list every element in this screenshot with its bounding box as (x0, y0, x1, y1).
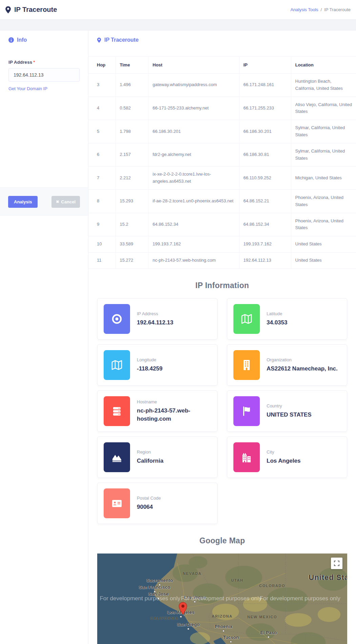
cell-hop: 4 (88, 97, 116, 120)
table-row: 4 0.582 66-171-255-233.alchemy.net 66.17… (88, 97, 356, 120)
info-panel-header: Info (0, 31, 88, 49)
map-label-city: San Francisco (139, 585, 170, 590)
card-label: Latitude (267, 311, 287, 316)
cell-host: 66.186.30.201 (148, 120, 239, 143)
card-value: 34.0353 (267, 319, 287, 327)
traceroute-table: Hop Time Host IP Location 3 1.496 gatewa… (88, 56, 356, 269)
card-value: -118.4259 (137, 365, 163, 373)
info-card-hostname: Hostname nc-ph-2143-57.web-hosting.com (97, 390, 217, 432)
map-label-country: United States (309, 573, 347, 582)
breadcrumb-current: IP Traceroute (324, 7, 351, 12)
map-label-city: El Paso (260, 630, 277, 635)
map-label-state: CALIFORNIA (150, 616, 179, 620)
ip-address-label: IP Address* (8, 60, 80, 65)
cell-time: 1.798 (116, 120, 148, 143)
map-label-city: Phoenix (214, 624, 232, 629)
cell-host: fdr2-ge.alchemy.net (148, 143, 239, 166)
required-mark: * (33, 60, 35, 65)
info-card-ip-address: IP Address 192.64.112.13 (97, 298, 217, 340)
cell-time: 0.582 (116, 97, 148, 120)
info-card-postal-code: Postal Code 90064 (97, 483, 217, 524)
cell-time: 15.2 (116, 213, 148, 236)
table-row: 5 1.798 66.186.30.201 66.186.30.201 Sylm… (88, 120, 356, 143)
info-card-region: Region California (97, 437, 217, 478)
map-watermark: For development purposes only (100, 595, 180, 602)
cancel-button[interactable]: ✖ Cancel (51, 196, 80, 208)
map-watermark: For development purposes only (181, 595, 261, 602)
cell-host: ix-xe-2-0-2-2-0.tcore1.lvw-los-angeles.a… (148, 166, 239, 190)
id-card-icon (111, 497, 123, 509)
map-label-city: Sacramento (147, 578, 173, 583)
card-value: 90064 (137, 503, 161, 511)
card-label: Longitude (137, 357, 163, 362)
cell-host: 199.193.7.162 (148, 236, 239, 253)
cell-ip: 66.186.30.81 (239, 143, 291, 166)
cell-hop: 11 (88, 252, 116, 268)
cell-location: Sylmar, California, United States (291, 120, 356, 143)
info-card-country: Country UNITED STATES (227, 390, 347, 432)
city-icon (240, 451, 253, 463)
cell-host: if-ae-28-2.tcore1.un0-phoenix.as6453.net (148, 189, 239, 213)
column-header-time: Time (116, 57, 148, 74)
cell-ip: 64.86.152.21 (239, 189, 291, 213)
card-value: UNITED STATES (267, 411, 312, 419)
table-row: 3 1.496 gateway.whatismyipaddress.com 66… (88, 74, 356, 97)
cell-location: Aliso Viejo, California, United States (291, 97, 356, 120)
table-row: 7 2.212 ix-xe-2-0-2-2-0.tcore1.lvw-los-a… (88, 166, 356, 190)
cell-ip: 66.110.59.252 (239, 166, 291, 190)
card-label: Hostname (137, 399, 211, 404)
cell-host: 66-171-255-233.alchemy.net (148, 97, 239, 120)
table-row: 11 15.272 nc-ph-2143-57.web-hosting.com … (88, 252, 356, 268)
analysis-button[interactable]: Analysis (8, 196, 38, 208)
cell-ip: 66.186.30.201 (239, 120, 291, 143)
info-circle-icon (8, 37, 14, 43)
get-domain-ip-link[interactable]: Get Your Domain IP (8, 86, 47, 91)
fullscreen-icon (334, 561, 339, 566)
map-label-state: UTAH (231, 578, 243, 582)
card-value: Los Angeles (267, 457, 300, 465)
map-icon (111, 359, 123, 371)
ip-information-title: IP Information (88, 281, 356, 290)
cell-location: Phoenix, Arizona, United States (291, 213, 356, 236)
info-card-organization: Organization AS22612 Namecheap, Inc. (227, 344, 347, 386)
traceroute-panel-header: IP Traceroute (88, 31, 356, 49)
card-value: AS22612 Namecheap, Inc. (267, 365, 338, 373)
cell-hop: 6 (88, 143, 116, 166)
card-label: Organization (267, 357, 338, 362)
cell-location: Sylmar, California, United States (291, 143, 356, 166)
column-header-hop: Hop (88, 57, 116, 74)
cell-location: Huntington Beach, California, United Sta… (291, 74, 356, 97)
map-marker-icon (5, 6, 11, 14)
content: Info IP Address* Get Your Domain IP Anal… (0, 31, 356, 644)
cell-location: Michigan, United States (291, 166, 356, 190)
card-label: Region (137, 449, 163, 455)
cell-location: United States (291, 236, 356, 253)
traceroute-panel: IP Traceroute Hop Time Host IP Location … (88, 31, 356, 644)
card-value: California (137, 457, 163, 465)
breadcrumb-separator: / (321, 7, 322, 12)
table-row: 8 15.293 if-ae-28-2.tcore1.un0-phoenix.a… (88, 189, 356, 213)
ip-address-input[interactable] (8, 68, 80, 82)
cell-time: 2.212 (116, 166, 148, 190)
card-value: 192.64.112.13 (137, 319, 173, 327)
card-label: Country (267, 403, 312, 408)
breadcrumb-parent-link[interactable]: Analysis Tools (290, 7, 318, 12)
cell-time: 15.272 (116, 252, 148, 268)
info-panel: Info IP Address* Get Your Domain IP Anal… (0, 31, 88, 644)
card-value: nc-ph-2143-57.web-hosting.com (137, 407, 211, 423)
breadcrumb: Analysis Tools / IP Traceroute (290, 7, 351, 12)
ip-information-grid: IP Address 192.64.112.13 Latitude 34.035… (88, 298, 356, 524)
map-marker-icon (97, 37, 101, 43)
card-label: Postal Code (137, 496, 161, 501)
card-label: City (267, 449, 300, 455)
info-card-panel: Info IP Address* Get Your Domain IP Anal… (0, 31, 88, 216)
cell-ip: 66.171.255.233 (239, 97, 291, 120)
map-pin-icon[interactable] (179, 602, 187, 616)
table-row: 9 15.2 64.86.152.34 64.86.152.34 Phoenix… (88, 213, 356, 236)
page-title: IP Traceroute (5, 6, 57, 14)
fullscreen-button[interactable] (331, 558, 342, 569)
google-map[interactable]: NEVADA UTAH COLORADO United States Sacra… (97, 554, 347, 644)
info-card-city: City Los Angeles (227, 437, 347, 478)
info-card-latitude: Latitude 34.0353 (227, 298, 347, 340)
card-label: IP Address (137, 311, 173, 316)
